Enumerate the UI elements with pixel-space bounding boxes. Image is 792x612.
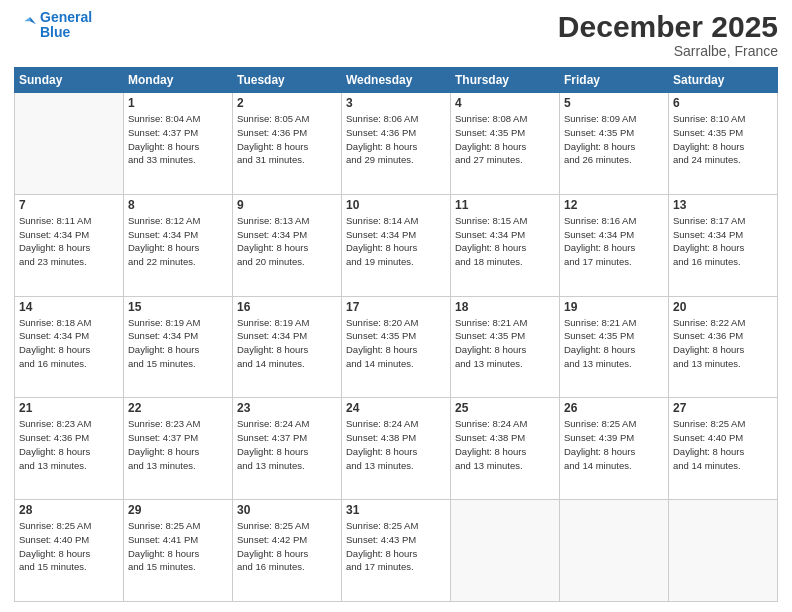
- calendar-day-cell: 10Sunrise: 8:14 AMSunset: 4:34 PMDayligh…: [342, 194, 451, 296]
- svg-marker-0: [30, 17, 36, 24]
- day-number: 22: [128, 401, 228, 415]
- day-number: 26: [564, 401, 664, 415]
- calendar-day-cell: [15, 93, 124, 195]
- calendar-week-row: 14Sunrise: 8:18 AMSunset: 4:34 PMDayligh…: [15, 296, 778, 398]
- day-number: 8: [128, 198, 228, 212]
- day-info: Sunrise: 8:24 AMSunset: 4:38 PMDaylight:…: [346, 417, 446, 472]
- svg-marker-1: [24, 17, 30, 21]
- day-number: 18: [455, 300, 555, 314]
- day-info: Sunrise: 8:06 AMSunset: 4:36 PMDaylight:…: [346, 112, 446, 167]
- day-info: Sunrise: 8:04 AMSunset: 4:37 PMDaylight:…: [128, 112, 228, 167]
- day-number: 4: [455, 96, 555, 110]
- calendar-day-cell: 11Sunrise: 8:15 AMSunset: 4:34 PMDayligh…: [451, 194, 560, 296]
- day-number: 5: [564, 96, 664, 110]
- day-number: 29: [128, 503, 228, 517]
- calendar-day-cell: 16Sunrise: 8:19 AMSunset: 4:34 PMDayligh…: [233, 296, 342, 398]
- calendar-day-cell: 13Sunrise: 8:17 AMSunset: 4:34 PMDayligh…: [669, 194, 778, 296]
- day-number: 21: [19, 401, 119, 415]
- day-info: Sunrise: 8:19 AMSunset: 4:34 PMDaylight:…: [128, 316, 228, 371]
- calendar-day-cell: 3Sunrise: 8:06 AMSunset: 4:36 PMDaylight…: [342, 93, 451, 195]
- calendar-week-row: 28Sunrise: 8:25 AMSunset: 4:40 PMDayligh…: [15, 500, 778, 602]
- day-number: 2: [237, 96, 337, 110]
- day-number: 16: [237, 300, 337, 314]
- calendar-day-cell: 12Sunrise: 8:16 AMSunset: 4:34 PMDayligh…: [560, 194, 669, 296]
- calendar-day-cell: 24Sunrise: 8:24 AMSunset: 4:38 PMDayligh…: [342, 398, 451, 500]
- day-info: Sunrise: 8:10 AMSunset: 4:35 PMDaylight:…: [673, 112, 773, 167]
- calendar-day-cell: 15Sunrise: 8:19 AMSunset: 4:34 PMDayligh…: [124, 296, 233, 398]
- calendar-header-row: SundayMondayTuesdayWednesdayThursdayFrid…: [15, 68, 778, 93]
- day-info: Sunrise: 8:17 AMSunset: 4:34 PMDaylight:…: [673, 214, 773, 269]
- location: Sarralbe, France: [558, 43, 778, 59]
- calendar-day-cell: [560, 500, 669, 602]
- calendar-day-cell: 22Sunrise: 8:23 AMSunset: 4:37 PMDayligh…: [124, 398, 233, 500]
- calendar-day-cell: 25Sunrise: 8:24 AMSunset: 4:38 PMDayligh…: [451, 398, 560, 500]
- calendar-day-cell: 30Sunrise: 8:25 AMSunset: 4:42 PMDayligh…: [233, 500, 342, 602]
- calendar-day-cell: 28Sunrise: 8:25 AMSunset: 4:40 PMDayligh…: [15, 500, 124, 602]
- calendar-day-cell: 8Sunrise: 8:12 AMSunset: 4:34 PMDaylight…: [124, 194, 233, 296]
- calendar-day-cell: 4Sunrise: 8:08 AMSunset: 4:35 PMDaylight…: [451, 93, 560, 195]
- calendar-table: SundayMondayTuesdayWednesdayThursdayFrid…: [14, 67, 778, 602]
- day-info: Sunrise: 8:12 AMSunset: 4:34 PMDaylight:…: [128, 214, 228, 269]
- day-number: 13: [673, 198, 773, 212]
- calendar-day-cell: 20Sunrise: 8:22 AMSunset: 4:36 PMDayligh…: [669, 296, 778, 398]
- day-number: 17: [346, 300, 446, 314]
- day-info: Sunrise: 8:25 AMSunset: 4:43 PMDaylight:…: [346, 519, 446, 574]
- day-info: Sunrise: 8:09 AMSunset: 4:35 PMDaylight:…: [564, 112, 664, 167]
- calendar-day-cell: 19Sunrise: 8:21 AMSunset: 4:35 PMDayligh…: [560, 296, 669, 398]
- calendar-day-cell: 18Sunrise: 8:21 AMSunset: 4:35 PMDayligh…: [451, 296, 560, 398]
- weekday-header: Sunday: [15, 68, 124, 93]
- day-info: Sunrise: 8:25 AMSunset: 4:42 PMDaylight:…: [237, 519, 337, 574]
- day-number: 31: [346, 503, 446, 517]
- day-info: Sunrise: 8:20 AMSunset: 4:35 PMDaylight:…: [346, 316, 446, 371]
- calendar-day-cell: 21Sunrise: 8:23 AMSunset: 4:36 PMDayligh…: [15, 398, 124, 500]
- calendar-week-row: 7Sunrise: 8:11 AMSunset: 4:34 PMDaylight…: [15, 194, 778, 296]
- day-info: Sunrise: 8:05 AMSunset: 4:36 PMDaylight:…: [237, 112, 337, 167]
- header: General Blue December 2025 Sarralbe, Fra…: [14, 10, 778, 59]
- logo-text: General Blue: [40, 10, 92, 41]
- calendar-day-cell: [451, 500, 560, 602]
- calendar-day-cell: 31Sunrise: 8:25 AMSunset: 4:43 PMDayligh…: [342, 500, 451, 602]
- calendar-week-row: 1Sunrise: 8:04 AMSunset: 4:37 PMDaylight…: [15, 93, 778, 195]
- day-number: 19: [564, 300, 664, 314]
- day-info: Sunrise: 8:18 AMSunset: 4:34 PMDaylight:…: [19, 316, 119, 371]
- calendar-day-cell: 27Sunrise: 8:25 AMSunset: 4:40 PMDayligh…: [669, 398, 778, 500]
- calendar-day-cell: 7Sunrise: 8:11 AMSunset: 4:34 PMDaylight…: [15, 194, 124, 296]
- day-info: Sunrise: 8:22 AMSunset: 4:36 PMDaylight:…: [673, 316, 773, 371]
- day-info: Sunrise: 8:16 AMSunset: 4:34 PMDaylight:…: [564, 214, 664, 269]
- day-number: 15: [128, 300, 228, 314]
- day-info: Sunrise: 8:14 AMSunset: 4:34 PMDaylight:…: [346, 214, 446, 269]
- calendar-day-cell: 1Sunrise: 8:04 AMSunset: 4:37 PMDaylight…: [124, 93, 233, 195]
- day-info: Sunrise: 8:25 AMSunset: 4:39 PMDaylight:…: [564, 417, 664, 472]
- weekday-header: Wednesday: [342, 68, 451, 93]
- day-number: 7: [19, 198, 119, 212]
- day-number: 14: [19, 300, 119, 314]
- day-number: 30: [237, 503, 337, 517]
- calendar-day-cell: 17Sunrise: 8:20 AMSunset: 4:35 PMDayligh…: [342, 296, 451, 398]
- day-info: Sunrise: 8:08 AMSunset: 4:35 PMDaylight:…: [455, 112, 555, 167]
- title-block: December 2025 Sarralbe, France: [558, 10, 778, 59]
- calendar-day-cell: [669, 500, 778, 602]
- day-info: Sunrise: 8:21 AMSunset: 4:35 PMDaylight:…: [564, 316, 664, 371]
- weekday-header: Tuesday: [233, 68, 342, 93]
- day-info: Sunrise: 8:25 AMSunset: 4:40 PMDaylight:…: [673, 417, 773, 472]
- logo: General Blue: [14, 10, 92, 41]
- day-number: 1: [128, 96, 228, 110]
- day-info: Sunrise: 8:23 AMSunset: 4:36 PMDaylight:…: [19, 417, 119, 472]
- day-number: 10: [346, 198, 446, 212]
- weekday-header: Saturday: [669, 68, 778, 93]
- day-number: 24: [346, 401, 446, 415]
- calendar-day-cell: 23Sunrise: 8:24 AMSunset: 4:37 PMDayligh…: [233, 398, 342, 500]
- day-number: 23: [237, 401, 337, 415]
- calendar-day-cell: 14Sunrise: 8:18 AMSunset: 4:34 PMDayligh…: [15, 296, 124, 398]
- day-info: Sunrise: 8:25 AMSunset: 4:41 PMDaylight:…: [128, 519, 228, 574]
- calendar-day-cell: 29Sunrise: 8:25 AMSunset: 4:41 PMDayligh…: [124, 500, 233, 602]
- logo-icon: [14, 14, 36, 36]
- day-info: Sunrise: 8:19 AMSunset: 4:34 PMDaylight:…: [237, 316, 337, 371]
- calendar-day-cell: 26Sunrise: 8:25 AMSunset: 4:39 PMDayligh…: [560, 398, 669, 500]
- day-number: 11: [455, 198, 555, 212]
- day-number: 12: [564, 198, 664, 212]
- calendar-day-cell: 2Sunrise: 8:05 AMSunset: 4:36 PMDaylight…: [233, 93, 342, 195]
- day-info: Sunrise: 8:11 AMSunset: 4:34 PMDaylight:…: [19, 214, 119, 269]
- weekday-header: Thursday: [451, 68, 560, 93]
- day-info: Sunrise: 8:21 AMSunset: 4:35 PMDaylight:…: [455, 316, 555, 371]
